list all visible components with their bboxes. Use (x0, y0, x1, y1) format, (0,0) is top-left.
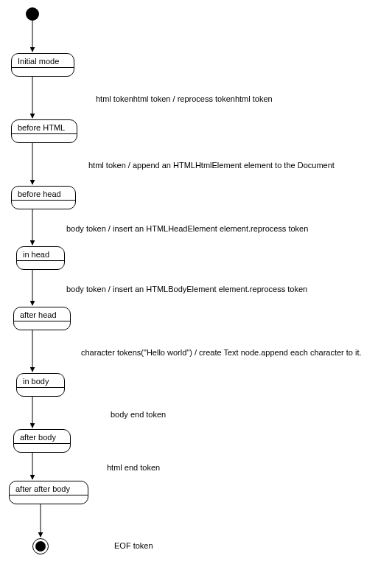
state-label: after after body (15, 484, 82, 493)
transition-label: html token / append an HTMLHtmlElement e… (88, 161, 335, 170)
transition-label: html tokenhtml token / reprocess tokenht… (96, 94, 273, 103)
transition-label: html end token (107, 463, 160, 472)
final-pseudostate (32, 538, 49, 554)
transition-label: character tokens("Hello world") / create… (81, 348, 362, 357)
state-in-head: in head (16, 246, 65, 270)
state-label: before HTML (18, 123, 71, 132)
state-label: after body (20, 433, 64, 442)
transition-label: body end token (111, 410, 166, 419)
state-initial-mode: Initial mode (11, 53, 74, 77)
transition-label: body token / insert an HTMLHeadElement e… (66, 224, 308, 233)
state-label: before head (18, 189, 69, 198)
transition-label: body token / insert an HTMLBodyElement e… (66, 285, 307, 293)
state-before-html: before HTML (11, 119, 77, 143)
state-after-head: after head (13, 307, 71, 330)
state-label: in body (23, 377, 58, 386)
state-label: Initial mode (18, 57, 68, 66)
initial-pseudostate (26, 7, 39, 21)
state-before-head: before head (11, 186, 76, 209)
state-label: in head (23, 250, 58, 259)
state-label: after head (20, 310, 64, 319)
state-in-body: in body (16, 373, 65, 397)
state-after-body: after body (13, 429, 71, 453)
state-diagram: Initial mode html tokenhtml token / repr… (0, 0, 392, 567)
state-after-after-body: after after body (9, 481, 88, 504)
transition-label: EOF token (114, 541, 153, 550)
